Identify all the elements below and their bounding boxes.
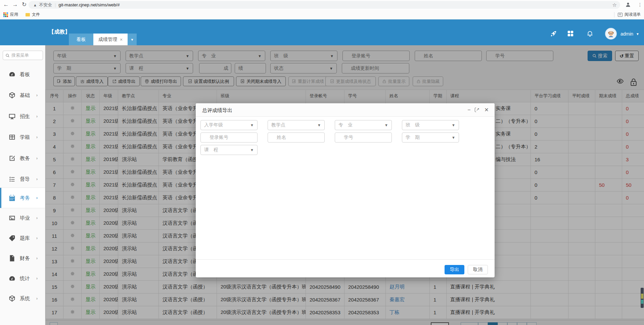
apps-grid-icon[interactable] [3, 12, 8, 17]
back-icon[interactable]: ← [2, 1, 10, 9]
security-label: 不安全 [39, 2, 52, 8]
chevron-right-icon: › [36, 156, 38, 161]
sidebar-item-10[interactable]: 财务› [0, 248, 45, 269]
sidebar-item-1[interactable]: 看板 [0, 64, 45, 85]
close-icon[interactable]: ✕ [483, 106, 490, 114]
caret-down-icon: ▼ [452, 136, 455, 140]
caret-down-icon: ▼ [317, 123, 321, 127]
box-icon [8, 295, 16, 302]
bell-icon[interactable] [586, 30, 594, 37]
doc-icon [8, 255, 16, 262]
sidebar-item-8[interactable]: 毕业› [0, 208, 45, 228]
chevron-right-icon: › [36, 276, 38, 281]
dialog-title: 总评成绩导出 [202, 107, 232, 114]
dialog-field-8[interactable]: 学 期▼ [402, 132, 459, 143]
sidebar: 搜索菜单 看板基础›招生›学籍›教务›督导›考务›毕业›题库›财务›统计›系统› [0, 45, 45, 325]
dialog-field-3[interactable]: 专 业▼ [335, 120, 392, 130]
image-icon [8, 214, 16, 222]
edit-icon [8, 155, 16, 162]
sidebar-item-11[interactable]: 统计› [0, 268, 45, 289]
list-icon [8, 175, 16, 183]
calendar-icon [8, 194, 16, 202]
browser-toolbar: ← → ↻ ▲ 不安全 | git-master.cjnep.net/sims/… [0, 0, 644, 10]
dialog-field-7[interactable]: 学号 [335, 132, 392, 143]
search-icon [5, 53, 10, 58]
chevron-right-icon: › [36, 296, 38, 301]
dialog-field-2[interactable]: 教学点▼ [268, 120, 325, 130]
sidebar-search-input[interactable]: 搜索菜单 [3, 51, 43, 60]
brand-label: 【成教】 [49, 29, 70, 36]
dialog-field-4[interactable]: 班 级▼ [402, 120, 459, 130]
sidebar-item-6[interactable]: 督导› [0, 169, 45, 189]
caret-down-icon: ▼ [452, 123, 455, 127]
reload-icon[interactable]: ↻ [20, 1, 28, 9]
dialog-field-6[interactable]: 姓名 [268, 132, 325, 143]
tab-dashboard[interactable]: 看板 [69, 34, 93, 45]
bookmark-files[interactable]: 文件 [32, 12, 40, 17]
table-icon [8, 133, 16, 141]
reading-list-label[interactable]: 阅读清单 [625, 12, 641, 17]
gauge-icon [8, 275, 16, 282]
dialog-field-9[interactable]: 课 程▼ [200, 145, 258, 155]
reading-list-icon[interactable] [618, 13, 623, 17]
maximize-icon[interactable] [475, 108, 479, 112]
tab-close-icon[interactable]: × [120, 37, 123, 42]
dialog-field-5[interactable]: 登录账号 [200, 132, 258, 143]
minimize-icon[interactable]: − [465, 106, 473, 114]
caret-down-icon: ▼ [384, 123, 388, 127]
sidebar-item-2[interactable]: 基础› [0, 85, 45, 106]
chevron-right-icon: › [36, 216, 38, 220]
browser-menu-icon[interactable]: ⋮ [636, 1, 644, 9]
caret-down-icon: ▼ [250, 148, 254, 152]
chevron-right-icon: › [36, 196, 38, 200]
app-header: 【成教】 看板 成绩管理× ▾ admin ▼ [0, 19, 644, 45]
profile-icon[interactable] [625, 2, 631, 9]
address-bar[interactable]: ▲ 不安全 | git-master.cjnep.net/sims/web/# … [29, 1, 620, 9]
bookmarks-bar: 应用 文件 阅读清单 [0, 10, 644, 19]
chevron-right-icon: › [36, 236, 38, 240]
tab-dropdown[interactable]: ▾ [128, 34, 137, 45]
dialog-field-1[interactable]: 入学年级▼ [200, 120, 258, 130]
chevron-right-icon: › [36, 177, 38, 181]
url-text: git-master.cjnep.net/sims/web/# [58, 2, 120, 7]
sidebar-item-3[interactable]: 招生› [0, 106, 45, 127]
folder-icon[interactable] [26, 13, 30, 16]
chevron-right-icon: › [36, 114, 38, 119]
sidebar-item-5[interactable]: 教务› [0, 148, 45, 169]
warning-icon: ▲ [33, 3, 37, 7]
cube-icon [8, 92, 16, 99]
sidebar-item-12[interactable]: 系统› [0, 288, 45, 309]
monitor-icon [8, 113, 16, 120]
forward-icon[interactable]: → [11, 1, 19, 9]
user-caret-icon[interactable]: ▼ [636, 32, 639, 36]
export-dialog: 总评成绩导出 − ✕ 入学年级▼教学点▼专 业▼班 级▼登录账号姓名学号学 期▼… [196, 103, 495, 277]
sidebar-item-7[interactable]: 考务› [0, 187, 45, 208]
sidebar-item-4[interactable]: 学籍› [0, 127, 45, 148]
chevron-right-icon: › [36, 135, 38, 140]
username[interactable]: admin [620, 31, 633, 37]
dashboard-icon [8, 71, 16, 78]
tag-icon [8, 234, 16, 242]
sidebar-item-9[interactable]: 题库› [0, 228, 45, 249]
caret-down-icon: ▼ [250, 123, 254, 127]
tab-score-management[interactable]: 成绩管理× [93, 34, 128, 45]
bookmark-apps[interactable]: 应用 [10, 12, 18, 17]
chevron-right-icon: › [36, 256, 38, 261]
vertical-scrollbar[interactable] [641, 288, 644, 308]
bookmark-star-icon[interactable]: ☆ [612, 2, 617, 8]
export-button[interactable]: 导出 [445, 265, 464, 274]
apps-grid-icon-header[interactable] [567, 30, 574, 37]
avatar[interactable] [605, 28, 617, 40]
rocket-icon[interactable] [550, 30, 557, 37]
chevron-right-icon: › [36, 93, 38, 98]
cancel-button[interactable]: 取消 [468, 265, 488, 274]
